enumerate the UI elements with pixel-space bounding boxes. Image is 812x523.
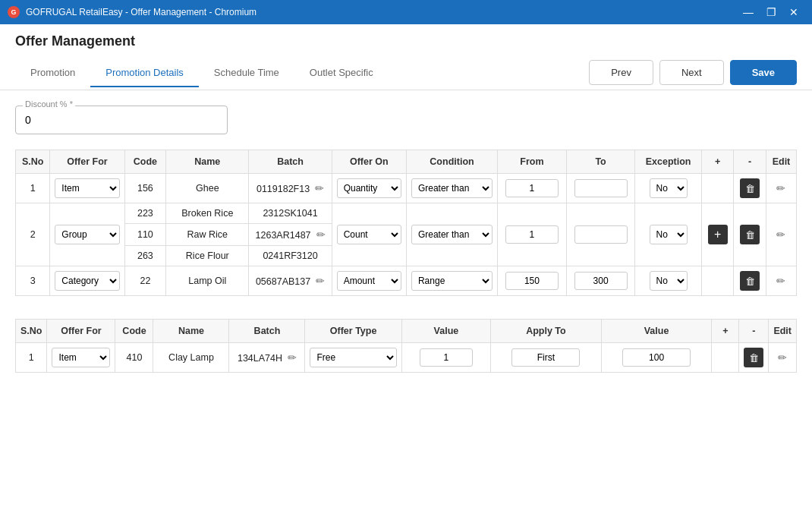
row2c-name: Rice Flour xyxy=(166,246,249,266)
tab-promotion[interactable]: Promotion xyxy=(15,59,90,87)
row2a-code: 223 xyxy=(124,203,166,224)
row3-from-input[interactable] xyxy=(505,272,559,290)
row2-edit-icon[interactable]: ✏ xyxy=(776,228,785,241)
row3-from xyxy=(498,266,567,296)
row3-edit-icon[interactable]: ✏ xyxy=(776,275,785,287)
row2-add-button[interactable]: + xyxy=(708,225,728,244)
row1-plus xyxy=(701,174,734,203)
row2-from xyxy=(498,203,567,266)
row3-condition: Greater than Less than Range xyxy=(406,266,497,296)
row2c-code: 263 xyxy=(124,246,166,266)
row2-edit: ✏ xyxy=(766,203,796,266)
minimize-button[interactable]: — xyxy=(738,5,759,20)
maximize-button[interactable]: ❐ xyxy=(760,5,782,20)
b-row1-delete-button[interactable]: 🗑 xyxy=(744,348,763,367)
col-offer-on: Offer On xyxy=(332,150,406,174)
row2b-batch-edit-icon[interactable]: ✏ xyxy=(316,228,326,241)
row1-condition-select[interactable]: Greater than Less than Range xyxy=(411,178,493,198)
col-minus: - xyxy=(734,150,766,174)
row1-edit: ✏ xyxy=(766,174,796,203)
row2-from-input[interactable] xyxy=(505,225,559,244)
row1-offer-for-select[interactable]: Item Group Category xyxy=(55,178,119,198)
tab-outlet-specific[interactable]: Outlet Specific xyxy=(294,59,389,87)
prev-button[interactable]: Prev xyxy=(589,60,653,85)
row1-name: Ghee xyxy=(166,174,249,203)
row3-delete-button[interactable]: 🗑 xyxy=(740,271,760,291)
row2b-code: 110 xyxy=(124,224,166,246)
discount-label: Discount % * xyxy=(23,99,75,109)
b-row1-batch-edit-icon[interactable]: ✏ xyxy=(288,351,297,364)
row2-to-input[interactable] xyxy=(574,225,628,244)
b-row1-value2-input[interactable] xyxy=(622,348,691,367)
row2-exception-select[interactable]: No Yes xyxy=(650,225,688,244)
row3-plus xyxy=(701,266,734,296)
row2-offer-on: Quantity Count Amount xyxy=(332,203,406,266)
b-row1-offer-type-select[interactable]: Free Discount xyxy=(310,348,396,367)
table-row: 2 Item Group Category 223 Broken Rice 23… xyxy=(16,203,797,224)
row1-offer-on-select[interactable]: Quantity Count Amount xyxy=(337,178,401,198)
b-row1-delete: 🗑 xyxy=(739,343,769,373)
row1-from-input[interactable] xyxy=(505,179,559,197)
b-row1-value1-input[interactable] xyxy=(420,348,473,367)
row3-to-input[interactable] xyxy=(574,272,628,290)
row2a-batch: 2312SK1041 xyxy=(249,203,332,224)
row1-delete: 🗑 xyxy=(734,174,766,203)
next-button[interactable]: Next xyxy=(659,60,724,85)
row3-offer-on-select[interactable]: Quantity Count Amount xyxy=(337,271,401,291)
row3-code: 22 xyxy=(124,266,166,296)
row2-delete-button[interactable]: 🗑 xyxy=(740,225,760,244)
discount-field: Discount % * xyxy=(15,106,797,134)
row3-batch: 05687AB137 ✏ xyxy=(249,266,332,296)
row2-exception: No Yes xyxy=(635,203,701,266)
row3-offer-on: Quantity Count Amount xyxy=(332,266,406,296)
row2-condition-select[interactable]: Greater than Less than Range xyxy=(411,225,493,244)
row3-offer-for-select[interactable]: Item Group Category xyxy=(55,271,119,291)
row1-offer-for: Item Group Category xyxy=(50,174,124,203)
row2-to xyxy=(566,203,635,266)
title-bar: G GOFRUGAL RetailEasy - Offer Management… xyxy=(0,0,812,24)
b-row1-offer-type: Free Discount xyxy=(305,343,401,373)
row2-offer-for-select[interactable]: Item Group Category xyxy=(55,225,119,244)
col-edit: Edit xyxy=(766,150,796,174)
row2-offer-on-select[interactable]: Quantity Count Amount xyxy=(337,225,401,244)
row2c-batch: 0241RF3120 xyxy=(249,246,332,266)
discount-input[interactable] xyxy=(15,106,228,134)
title-bar-controls: — ❐ ✕ xyxy=(738,5,804,20)
row1-condition: Greater than Less than Range xyxy=(406,174,497,203)
col-to: To xyxy=(566,150,635,174)
b-row1-apply-to-input[interactable] xyxy=(511,348,580,367)
row1-sno: 1 xyxy=(16,174,50,203)
b-col-edit: Edit xyxy=(769,320,797,343)
row3-offer-for: Item Group Category xyxy=(50,266,124,296)
b-row1-name: Clay Lamp xyxy=(153,343,229,373)
row3-exception-select[interactable]: No Yes xyxy=(650,271,688,291)
row1-exception-select[interactable]: No Yes xyxy=(650,178,688,198)
row1-edit-icon[interactable]: ✏ xyxy=(776,182,785,194)
b-col-plus: + xyxy=(712,320,739,343)
row1-delete-button[interactable]: 🗑 xyxy=(740,178,760,198)
row3-batch-edit-icon[interactable]: ✏ xyxy=(316,275,325,287)
tab-actions: Prev Next Save xyxy=(589,55,797,90)
row1-to-input[interactable] xyxy=(574,179,628,197)
tab-promotion-details[interactable]: Promotion Details xyxy=(90,59,199,87)
col-code: Code xyxy=(124,150,166,174)
b-row1-edit-icon[interactable]: ✏ xyxy=(778,351,787,364)
row3-condition-select[interactable]: Greater than Less than Range xyxy=(411,271,493,291)
b-row1-offer-for-select[interactable]: Item Group Category xyxy=(52,348,110,367)
row2-offer-for: Item Group Category xyxy=(50,203,124,266)
save-button[interactable]: Save xyxy=(730,60,797,85)
col-name: Name xyxy=(166,150,249,174)
row2-plus: + xyxy=(701,203,734,266)
page-title: Offer Management xyxy=(0,24,812,55)
close-button[interactable]: ✕ xyxy=(783,5,804,20)
tab-bar: Promotion Promotion Details Schedule Tim… xyxy=(0,55,812,90)
main-content: Discount % * S.No Offer For Code Name Ba… xyxy=(0,90,812,411)
row3-edit: ✏ xyxy=(766,266,796,296)
row1-batch-edit-icon[interactable]: ✏ xyxy=(315,182,324,194)
discount-wrapper: Discount % * xyxy=(15,106,228,134)
row3-to xyxy=(566,266,635,296)
b-row1-code: 410 xyxy=(115,343,153,373)
tab-schedule-time[interactable]: Schedule Time xyxy=(199,59,294,87)
row2b-batch: 1263AR1487 ✏ xyxy=(249,224,332,246)
b-row1-value2 xyxy=(601,343,712,373)
